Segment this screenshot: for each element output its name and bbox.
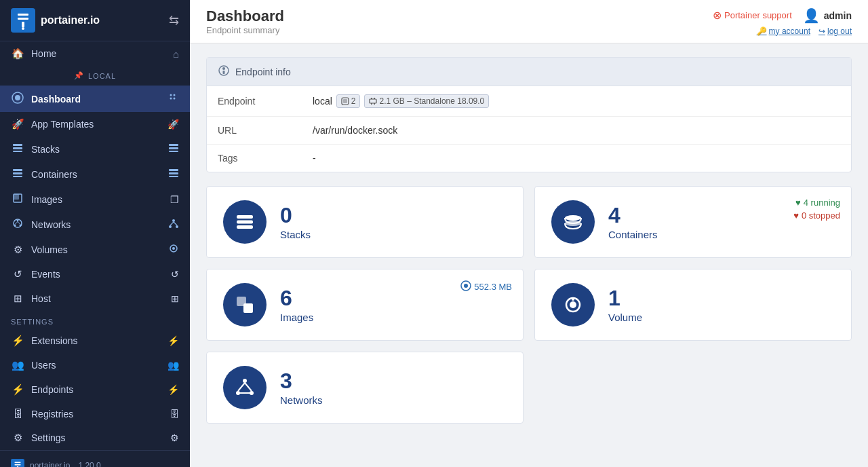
sidebar-item-registries-label: Registries bbox=[31, 409, 73, 419]
networks-card[interactable]: 3 Networks bbox=[206, 352, 524, 424]
sidebar-item-registries[interactable]: 🗄 Registries 🗄 bbox=[0, 402, 190, 426]
images-card-info: 6 Images bbox=[280, 286, 313, 323]
sidebar-item-events[interactable]: ↺ Events ↺ bbox=[0, 262, 190, 286]
svg-rect-40 bbox=[15, 464, 21, 466]
sidebar-item-networks[interactable]: Networks bbox=[0, 212, 190, 237]
endpoints-nav-icon: ⚡ bbox=[167, 384, 179, 395]
dashboard-icon bbox=[11, 92, 24, 106]
svg-rect-54 bbox=[237, 225, 253, 229]
svg-point-4 bbox=[22, 27, 24, 30]
settings-section-label: SETTINGS bbox=[0, 311, 190, 329]
log-out-link[interactable]: ↪ log out bbox=[818, 26, 852, 36]
svg-rect-52 bbox=[237, 215, 253, 219]
stacks-card[interactable]: 0 Stacks bbox=[206, 186, 524, 258]
svg-rect-49 bbox=[374, 98, 376, 99]
svg-rect-18 bbox=[13, 172, 22, 174]
images-card[interactable]: 6 Images 552.3 MB bbox=[206, 269, 524, 341]
sidebar-item-volumes[interactable]: ⚙ Volumes bbox=[0, 237, 190, 262]
sidebar-item-host[interactable]: ⊞ Host ⊞ bbox=[0, 286, 190, 311]
user-icon: 👤 bbox=[803, 7, 820, 24]
cpu-badge: 2 bbox=[336, 94, 361, 108]
topbar-actions: ⊗ Portainer support 👤 admin bbox=[713, 7, 852, 24]
svg-rect-14 bbox=[169, 144, 178, 146]
url-label: URL bbox=[207, 117, 302, 145]
sidebar-item-networks-label: Networks bbox=[31, 219, 71, 230]
svg-point-8 bbox=[174, 94, 176, 96]
registries-nav-icon: 🗄 bbox=[170, 409, 179, 419]
svg-point-32 bbox=[169, 225, 172, 228]
sidebar-item-stacks-label: Stacks bbox=[31, 144, 60, 155]
sidebar-item-app-templates[interactable]: 🚀 App Templates 🚀 bbox=[0, 112, 190, 136]
url-value: /var/run/docker.sock bbox=[302, 117, 851, 145]
svg-rect-53 bbox=[237, 221, 253, 224]
svg-rect-47 bbox=[370, 99, 376, 103]
events-sidebar-icon: ↺ bbox=[11, 268, 24, 280]
rocket-icon: 🚀 bbox=[167, 119, 179, 130]
networks-card-icon bbox=[223, 366, 267, 409]
sidebar-item-images[interactable]: Images ❐ bbox=[0, 187, 190, 212]
sidebar-item-containers[interactable]: Containers bbox=[0, 162, 190, 187]
svg-point-63 bbox=[572, 298, 574, 301]
containers-card[interactable]: 4 Containers ♥ 4 running ♥ 0 stopped bbox=[534, 186, 852, 258]
images-card-icon bbox=[223, 283, 267, 326]
my-account-link[interactable]: 🔑 my account bbox=[757, 26, 810, 36]
endpoint-header-label: Endpoint info bbox=[235, 67, 291, 77]
networks-sidebar-icon bbox=[11, 218, 24, 231]
volume-card[interactable]: 1 Volume bbox=[534, 269, 852, 341]
topbar: Dashboard Endpoint summary ⊗ Portainer s… bbox=[190, 0, 868, 43]
stacks-icon bbox=[11, 143, 24, 155]
sidebar-section-local: 📌 LOCAL bbox=[0, 66, 190, 86]
svg-line-67 bbox=[238, 383, 245, 391]
sidebar-item-home[interactable]: 🏠 Home ⌂ bbox=[0, 41, 190, 66]
sidebar-item-endpoints[interactable]: ⚡ Endpoints ⚡ bbox=[0, 377, 190, 402]
user-name: admin bbox=[824, 10, 852, 21]
home-icon: 🏠 bbox=[11, 48, 24, 60]
endpoint-label: Endpoint bbox=[207, 86, 302, 117]
endpoint-name: local bbox=[313, 96, 332, 107]
svg-rect-3 bbox=[22, 22, 24, 27]
svg-rect-51 bbox=[374, 103, 376, 105]
sidebar-item-settings[interactable]: ⚙ Settings ⚙ bbox=[0, 426, 190, 450]
svg-point-9 bbox=[170, 98, 172, 100]
endpoint-value: local 2 2.1 GB – Standalone 18.09.0 bbox=[302, 86, 851, 117]
stacks-nav-icon bbox=[168, 143, 179, 155]
svg-line-34 bbox=[170, 222, 174, 225]
networks-label: Networks bbox=[280, 394, 323, 406]
tags-label: Tags bbox=[207, 145, 302, 172]
registries-icon: 🗄 bbox=[11, 408, 24, 419]
content-area: Endpoint info Endpoint local 2 bbox=[190, 43, 868, 467]
sidebar-item-stacks[interactable]: Stacks bbox=[0, 136, 190, 162]
topbar-right-section: ⊗ Portainer support 👤 admin 🔑 my account… bbox=[713, 7, 852, 36]
svg-point-62 bbox=[570, 301, 576, 308]
heart-running-icon: ♥ bbox=[795, 198, 801, 208]
heart-stopped-icon: ♥ bbox=[793, 210, 799, 221]
support-link[interactable]: ⊗ Portainer support bbox=[713, 9, 792, 22]
svg-point-27 bbox=[14, 225, 16, 227]
volume-label: Volume bbox=[608, 312, 642, 323]
containers-badges: ♥ 4 running ♥ 0 stopped bbox=[793, 198, 840, 221]
sidebar-logo: portainer.io ⇆ bbox=[0, 0, 190, 41]
svg-rect-19 bbox=[13, 176, 22, 177]
memory-badge: 2.1 GB – Standalone 18.09.0 bbox=[364, 94, 489, 108]
svg-rect-17 bbox=[13, 169, 22, 171]
sidebar-item-settings-label: Settings bbox=[31, 432, 66, 443]
sidebar-item-users-label: Users bbox=[31, 360, 56, 371]
svg-point-56 bbox=[565, 221, 581, 226]
svg-rect-50 bbox=[371, 103, 372, 105]
sidebar-toggle-icon[interactable]: ⇆ bbox=[169, 13, 179, 28]
sidebar-item-users[interactable]: 👥 Users 👥 bbox=[0, 353, 190, 377]
svg-point-43 bbox=[222, 67, 225, 70]
endpoint-chip: local 2 2.1 GB – Standalone 18.09.0 bbox=[313, 94, 489, 108]
svg-point-64 bbox=[243, 379, 247, 383]
images-size-badge: 552.3 MB bbox=[460, 280, 512, 293]
sidebar-item-home-label: Home bbox=[31, 48, 56, 59]
sidebar-item-endpoints-label: Endpoints bbox=[31, 384, 73, 395]
svg-point-60 bbox=[464, 284, 468, 288]
svg-rect-20 bbox=[169, 169, 178, 171]
svg-rect-13 bbox=[13, 151, 22, 152]
support-icon: ⊗ bbox=[713, 9, 722, 22]
key-icon: 🔑 bbox=[757, 26, 767, 36]
topbar-title-section: Dashboard Endpoint summary bbox=[206, 7, 284, 35]
sidebar-item-extensions[interactable]: ⚡ Extensions ⚡ bbox=[0, 329, 190, 353]
sidebar-item-dashboard[interactable]: Dashboard bbox=[0, 86, 190, 112]
